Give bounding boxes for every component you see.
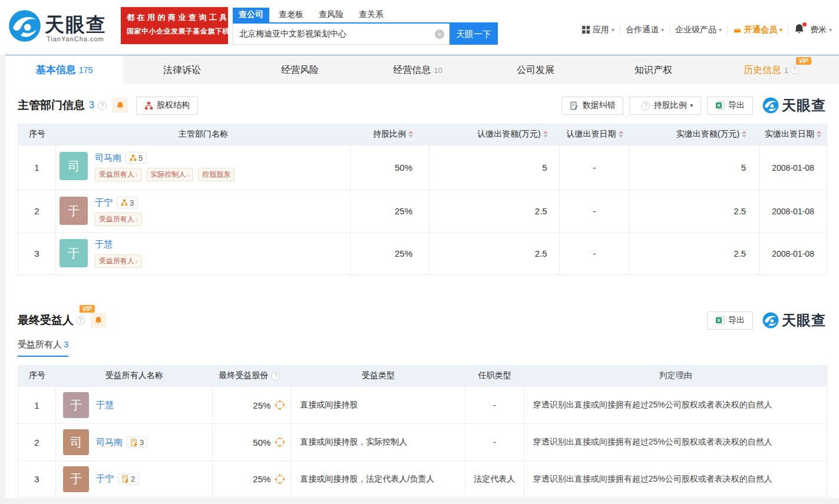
sort-icon[interactable]: [543, 131, 548, 138]
share-ratio-filter-label: 持股比例: [653, 100, 686, 111]
tab-operating-risk[interactable]: 经营风险: [241, 55, 359, 84]
username: 费米: [810, 25, 827, 35]
badge-count: 5: [138, 154, 143, 163]
caret-down-icon: ▾: [779, 26, 782, 33]
beneficiary-table: 序号 受益所有人名称 最终受益股份? 受益类型 任职类型 判定理由 1 于 于慧…: [18, 365, 827, 498]
tab-history-info[interactable]: VIP 历史信息1?: [712, 55, 830, 84]
col-position-type: 任职类型: [465, 370, 524, 381]
table-header-row: 序号 主管部门名称 持股比例 认缴出资额(万元) 认缴出资日期 实缴出资额(万元…: [18, 124, 827, 145]
col-owner-name: 受益所有人名称: [56, 370, 213, 381]
tag-beneficial-owner[interactable]: 受益所有人›: [95, 254, 142, 268]
col-subscribed-date[interactable]: 认缴出资日期: [560, 129, 630, 140]
tag-actual-controller[interactable]: 实际控制人›: [147, 168, 194, 181]
col-paid-amount[interactable]: 实缴出资额(万元): [630, 129, 759, 140]
tag-beneficial-owner[interactable]: 受益所有人›: [95, 213, 142, 226]
col-ratio[interactable]: 持股比例: [351, 129, 430, 140]
search-tab-company[interactable]: 查公司: [233, 8, 269, 22]
equity-structure-button[interactable]: 股权结构: [136, 97, 198, 115]
bottom-gutter: [0, 498, 839, 504]
relation-graph-badge[interactable]: 5: [125, 152, 147, 164]
share-value: 25%: [253, 400, 270, 410]
col-benefit-type: 受益类型: [291, 370, 465, 381]
beneficiary-subtabs: 受益所有人3: [18, 339, 68, 357]
share-ratio-filter-button[interactable]: ? 持股比例 ▾: [629, 97, 701, 115]
search-tab-boss[interactable]: 查老板: [273, 8, 309, 22]
monitor-bell-button[interactable]: [113, 98, 128, 113]
clear-icon[interactable]: ×: [435, 29, 444, 39]
sort-icon[interactable]: [742, 131, 746, 138]
data-correction-button[interactable]: 数据纠错: [561, 97, 623, 115]
section1-count: 3: [89, 100, 94, 111]
sort-icon[interactable]: [408, 131, 413, 138]
notification-bell[interactable]: [794, 24, 805, 36]
risk-record-badge[interactable]: 3: [127, 436, 148, 448]
owner-name-link[interactable]: 于慧: [96, 400, 114, 411]
tab-legal[interactable]: 法律诉讼: [123, 55, 241, 84]
equity-structure-label: 股权结构: [157, 100, 190, 111]
watermark-text: 天眼查: [782, 311, 826, 330]
penetration-icon[interactable]: [274, 436, 286, 448]
sort-icon[interactable]: [619, 131, 623, 138]
tag-beneficial-owner[interactable]: 受益所有人›: [95, 168, 142, 181]
tab-intellectual-property[interactable]: 知识产权: [594, 55, 712, 84]
brand-domain: TianYanCha.com: [47, 35, 104, 42]
subtab-beneficial-owner[interactable]: 受益所有人3: [18, 339, 68, 357]
table-row: 2 于 于宁 3 受益所有人›: [18, 190, 827, 232]
judgment-reason: 穿透识别出直接或间接拥有超过25%公司股权或者表决权的自然人: [524, 387, 827, 423]
col-paid-date[interactable]: 实缴出资日期: [759, 129, 827, 140]
tag-label: 受益所有人: [99, 214, 134, 224]
tag-label: 实际控制人: [151, 170, 186, 180]
export-label: 导出: [728, 315, 745, 326]
search-tab-risk[interactable]: 查风险: [313, 8, 349, 22]
benefit-type: 直接或间接持股，法定代表人/负责人: [291, 461, 465, 497]
sort-icon[interactable]: [817, 131, 821, 138]
search-input[interactable]: [233, 24, 450, 45]
slogan-line2: 国家中小企业发展子基金旗下机构: [127, 26, 223, 37]
nav-apps[interactable]: 应用 ▾: [582, 25, 615, 35]
subscribed-amount: 2.5: [430, 233, 560, 274]
shareholder-name-link[interactable]: 司马南: [95, 152, 121, 164]
col-subscribed-amount[interactable]: 认缴出资额(万元): [430, 129, 560, 140]
nav-partner[interactable]: 合作通道 ▾: [626, 25, 664, 35]
tab-label: 公司发展: [517, 65, 554, 75]
badge-count: 3: [140, 438, 144, 447]
tag-controlling-shareholder[interactable]: 控股股东: [198, 168, 234, 181]
col-label: 认缴出资额(万元): [477, 129, 540, 140]
tianyancha-logo-icon: [762, 97, 779, 114]
relation-graph-badge[interactable]: 3: [117, 197, 138, 208]
section1-title: 主管部门信息: [18, 98, 85, 113]
question-icon[interactable]: ?: [98, 101, 107, 110]
paid-date: 2008-01-08: [759, 190, 827, 232]
tag-label: 受益所有人: [99, 256, 134, 266]
owner-name-link[interactable]: 司马南: [96, 437, 123, 448]
owner-cell: 司 司马南 3: [56, 424, 213, 460]
col-name: 主管部门名称: [56, 129, 351, 140]
nav-open-vip[interactable]: 开通会员 ▾: [733, 25, 782, 35]
subtab-count: 3: [64, 339, 68, 349]
search-tab-relation[interactable]: 查关系: [353, 8, 389, 22]
tag-label: 受益所有人: [99, 170, 134, 180]
question-icon[interactable]: ?: [271, 372, 280, 380]
monitor-bell-button[interactable]: [91, 313, 106, 328]
risk-record-badge[interactable]: 2: [118, 473, 139, 485]
shareholder-name-link[interactable]: 于宁: [95, 197, 113, 208]
chevron-right-icon: ›: [136, 216, 138, 223]
shareholder-name-link[interactable]: 于慧: [95, 239, 113, 250]
owner-cell: 于 于慧: [56, 387, 213, 423]
export-button[interactable]: 导出: [707, 97, 753, 115]
col-reason: 判定理由: [524, 370, 827, 381]
owner-name-link[interactable]: 于宁: [96, 473, 114, 485]
penetration-icon[interactable]: [274, 473, 286, 485]
question-icon[interactable]: ?: [790, 65, 799, 74]
tab-basic-info[interactable]: 基本信息175: [5, 55, 123, 84]
export-button[interactable]: 导出: [707, 311, 753, 330]
search-button[interactable]: 天眼一下: [450, 24, 498, 45]
question-icon[interactable]: ?: [76, 316, 85, 325]
subscribed-date: -: [560, 190, 630, 232]
tab-operating-info[interactable]: 经营信息10: [359, 55, 477, 84]
tab-company-development[interactable]: 公司发展: [477, 55, 594, 84]
nav-enterprise[interactable]: 企业级产品 ▾: [675, 25, 722, 35]
nav-user[interactable]: 费米 ▾: [810, 25, 832, 35]
penetration-icon[interactable]: [274, 399, 286, 411]
nav-divider: [669, 26, 670, 34]
